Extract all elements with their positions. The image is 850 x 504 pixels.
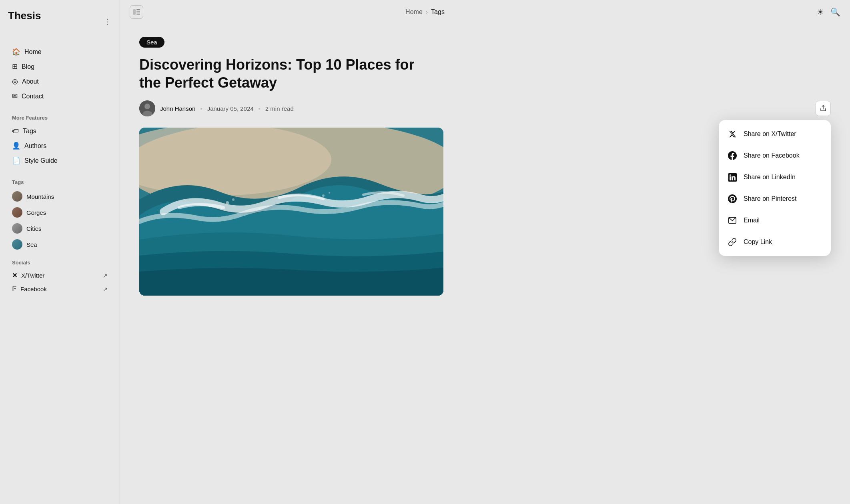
tag-cities[interactable]: Cities — [8, 220, 112, 236]
tag-gorges-avatar — [12, 207, 22, 218]
x-social-icon: ✕ — [12, 272, 17, 279]
app-title: Thesis — [8, 10, 41, 22]
more-features-label: More Features — [8, 115, 112, 121]
share-email-icon — [727, 215, 738, 226]
post-read-time: 2 min read — [265, 105, 294, 112]
share-pinterest-label: Share on Pinterest — [744, 195, 797, 202]
author-name: John Hanson — [160, 105, 195, 112]
post-date: January 05, 2024 — [207, 105, 254, 112]
tag-sea[interactable]: Sea — [8, 236, 112, 252]
blog-icon: ⊞ — [12, 62, 18, 71]
author-avatar — [139, 100, 155, 116]
nav-home[interactable]: 🏠Home — [8, 44, 112, 59]
svg-rect-1 — [136, 9, 140, 10]
socials-label: Socials — [8, 260, 112, 266]
sidebar-toggle-button[interactable] — [130, 5, 143, 19]
nav-contact[interactable]: ✉Contact — [8, 89, 112, 104]
sidebar-toggle-icon — [133, 9, 140, 15]
post-tag-badge[interactable]: Sea — [139, 37, 164, 48]
tag-mountains-avatar — [12, 191, 22, 202]
share-linkedin-label: Share on LinkedIn — [744, 174, 796, 181]
share-email-label: Email — [744, 217, 760, 224]
post-meta: John Hanson • January 05, 2024 • 2 min r… — [139, 100, 831, 116]
sidebar: Thesis ⋮ 🏠Home ⊞Blog ◎About ✉Contact Mor… — [0, 0, 120, 504]
post-hero-image — [139, 128, 443, 296]
share-linkedin-icon — [727, 172, 738, 183]
svg-rect-2 — [136, 12, 140, 13]
share-copy-link-button[interactable]: Copy Link — [719, 231, 831, 253]
share-facebook-button[interactable]: Share on Facebook — [719, 145, 831, 166]
svg-rect-3 — [136, 14, 140, 15]
features-menu: 🏷Tags 👤Authors 📄Style Guide — [8, 124, 112, 168]
contact-icon: ✉ — [12, 92, 18, 100]
share-container: Share on X/Twitter Share on Facebook — [816, 101, 831, 116]
main-area: Home › Tags ☀ 🔍 Sea Discovering Horizons… — [120, 0, 850, 504]
share-x-button[interactable]: Share on X/Twitter — [719, 123, 831, 145]
theme-toggle-icon[interactable]: ☀ — [817, 7, 824, 17]
content-area: Sea Discovering Horizons: Top 10 Places … — [120, 24, 850, 504]
socials-list: ✕ X/Twitter ↗ 𝔽 Facebook ↗ — [8, 269, 112, 296]
share-x-icon — [727, 128, 738, 140]
facebook-social-icon: 𝔽 — [12, 285, 16, 293]
share-pinterest-icon — [727, 193, 738, 204]
tag-gorges[interactable]: Gorges — [8, 204, 112, 220]
share-dropdown: Share on X/Twitter Share on Facebook — [719, 120, 831, 256]
nav-authors[interactable]: 👤Authors — [8, 138, 112, 153]
tags-list: Mountains Gorges Cities Sea — [8, 188, 112, 252]
nav-about[interactable]: ◎About — [8, 74, 112, 89]
share-x-label: Share on X/Twitter — [744, 130, 796, 138]
share-linkedin-button[interactable]: Share on LinkedIn — [719, 166, 831, 188]
share-facebook-label: Share on Facebook — [744, 152, 800, 159]
share-pinterest-button[interactable]: Share on Pinterest — [719, 188, 831, 210]
breadcrumb-home[interactable]: Home — [405, 8, 423, 16]
facebook-arrow-icon: ↗ — [103, 286, 108, 292]
breadcrumb: Home › Tags — [405, 8, 445, 16]
share-facebook-icon — [727, 150, 738, 161]
tag-cities-avatar — [12, 223, 22, 234]
share-icon — [820, 105, 827, 112]
svg-point-5 — [144, 104, 150, 109]
search-icon[interactable]: 🔍 — [830, 7, 840, 17]
tags-icon: 🏷 — [12, 127, 19, 135]
svg-rect-0 — [133, 9, 136, 15]
post-title: Discovering Horizons: Top 10 Places for … — [139, 56, 435, 92]
social-facebook[interactable]: 𝔽 Facebook ↗ — [8, 282, 112, 296]
x-twitter-arrow-icon: ↗ — [103, 272, 108, 279]
social-x-twitter[interactable]: ✕ X/Twitter ↗ — [8, 269, 112, 282]
tags-section-label: Tags — [8, 179, 112, 185]
svg-point-12 — [226, 201, 229, 204]
topbar: Home › Tags ☀ 🔍 — [120, 0, 850, 24]
authors-icon: 👤 — [12, 142, 20, 150]
share-copy-link-label: Copy Link — [744, 238, 772, 246]
style-guide-icon: 📄 — [12, 156, 20, 165]
nav-tags[interactable]: 🏷Tags — [8, 124, 112, 138]
breadcrumb-separator: › — [426, 8, 428, 16]
share-email-button[interactable]: Email — [719, 210, 831, 231]
breadcrumb-current: Tags — [431, 8, 445, 16]
svg-point-13 — [232, 198, 235, 201]
svg-point-14 — [322, 194, 325, 197]
nav-menu: 🏠Home ⊞Blog ◎About ✉Contact — [8, 44, 112, 104]
tag-sea-avatar — [12, 239, 22, 250]
about-icon: ◎ — [12, 77, 18, 86]
nav-style-guide[interactable]: 📄Style Guide — [8, 153, 112, 168]
svg-point-15 — [329, 192, 330, 194]
dots-menu-icon[interactable]: ⋮ — [104, 17, 112, 26]
tag-mountains[interactable]: Mountains — [8, 188, 112, 204]
share-copy-link-icon — [727, 236, 738, 248]
share-button[interactable] — [816, 101, 831, 116]
home-icon: 🏠 — [12, 48, 20, 56]
nav-blog[interactable]: ⊞Blog — [8, 59, 112, 74]
